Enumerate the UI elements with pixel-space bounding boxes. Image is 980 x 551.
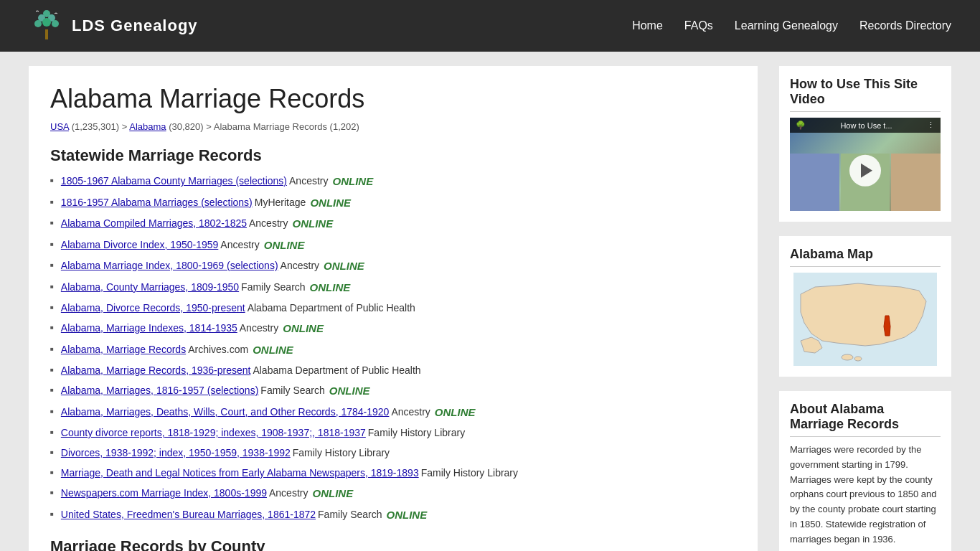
breadcrumb: USA (1,235,301) > Alabama (30,820) > Ala… [50, 121, 736, 132]
list-item: Alabama, Marriages, Deaths, Wills, Court… [50, 405, 736, 421]
online-badge: ONLINE [264, 237, 305, 254]
svg-rect-6 [45, 29, 48, 39]
main-nav: Home FAQs Learning Genealogy Records Dir… [632, 19, 951, 32]
record-provider: Ancestry [240, 321, 278, 336]
about-section-title: About Alabama Marriage Records [790, 402, 941, 437]
svg-point-4 [42, 18, 51, 27]
record-link[interactable]: 1805-1967 Alabama County Marriages (sele… [61, 174, 287, 189]
record-link[interactable]: Alabama, Marriage Records [61, 342, 186, 357]
list-item: 1805-1967 Alabama County Marriages (sele… [50, 174, 736, 190]
list-item: Alabama, Marriage Records, 1936-present … [50, 363, 736, 378]
map-section-title: Alabama Map [790, 247, 941, 267]
online-badge: ONLINE [332, 174, 373, 190]
record-link[interactable]: Alabama, Marriages, 1816-1957 (selection… [61, 383, 258, 398]
list-item: Alabama Divorce Index, 1950-1959 Ancestr… [50, 237, 736, 254]
page-wrapper: Alabama Marriage Records USA (1,235,301)… [0, 52, 980, 551]
main-content: Alabama Marriage Records USA (1,235,301)… [29, 66, 758, 551]
record-link[interactable]: Alabama Divorce Index, 1950-1959 [61, 237, 218, 253]
video-thumbnail[interactable]: 🌳 How to Use t... ⋮ [790, 118, 941, 211]
online-badge: ONLINE [387, 507, 428, 524]
about-section: About Alabama Marriage Records Marriages… [779, 391, 951, 551]
video-section: How to Use This Site Video 🌳 How to Use … [779, 66, 951, 222]
logo-area: LDS Genealogy [29, 8, 198, 44]
record-provider: Family History Library [421, 466, 518, 481]
record-link[interactable]: County divorce reports, 1818-1929; index… [61, 425, 366, 441]
record-provider: Ancestry [281, 258, 319, 273]
online-badge: ONLINE [310, 195, 351, 212]
map-section: Alabama Map [779, 236, 951, 377]
breadcrumb-sep2: > [206, 121, 214, 132]
statewide-section-title: Statewide Marriage Records [50, 146, 736, 165]
record-link[interactable]: Alabama Compiled Marriages, 1802-1825 [61, 216, 247, 231]
record-link[interactable]: 1816-1957 Alabama Marriages (selections) [61, 195, 253, 210]
record-provider: Family History Library [368, 425, 465, 441]
sidebar: How to Use This Site Video 🌳 How to Use … [779, 66, 951, 551]
online-badge: ONLINE [283, 321, 324, 337]
page-title: Alabama Marriage Records [50, 84, 736, 114]
online-badge: ONLINE [310, 280, 351, 296]
list-item: Alabama, Marriages, 1816-1957 (selection… [50, 383, 736, 400]
online-badge: ONLINE [329, 383, 370, 400]
breadcrumb-alabama-count: (30,820) [169, 121, 203, 132]
record-provider: Alabama Department of Public Health [253, 363, 420, 378]
nav-learning[interactable]: Learning Genealogy [735, 19, 838, 32]
svg-point-9 [854, 357, 862, 361]
list-item: Alabama, Marriage Records Archives.com O… [50, 342, 736, 359]
list-item: Alabama, County Marriages, 1809-1950 Fam… [50, 280, 736, 296]
nav-faqs[interactable]: FAQs [684, 19, 713, 32]
record-link[interactable]: Alabama, Marriage Indexes, 1814-1935 [61, 321, 237, 336]
record-link[interactable]: United States, Freedmen's Bureau Marriag… [61, 507, 316, 522]
record-link[interactable]: Newspapers.com Marriage Index, 1800s-199… [61, 486, 267, 501]
list-item: Alabama, Marriage Indexes, 1814-1935 Anc… [50, 321, 736, 337]
breadcrumb-usa-count: (1,235,301) [72, 121, 120, 132]
record-provider: Alabama Department of Public Health [248, 301, 415, 316]
record-provider: Ancestry [289, 174, 328, 189]
list-item: Newspapers.com Marriage Index, 1800s-199… [50, 486, 736, 502]
svg-point-5 [52, 20, 59, 27]
record-provider: Family Search [241, 280, 305, 295]
about-text: Marriages were recorded by the governmen… [790, 443, 941, 547]
list-item: 1816-1957 Alabama Marriages (selections)… [50, 195, 736, 212]
county-section-title: Marriage Records by County [50, 537, 736, 551]
video-bg-1 [790, 154, 839, 211]
list-item: Divorces, 1938-1992; index, 1950-1959, 1… [50, 446, 736, 461]
record-provider: Ancestry [391, 405, 430, 420]
list-item: Alabama Compiled Marriages, 1802-1825 An… [50, 216, 736, 232]
video-play-button[interactable] [849, 155, 881, 187]
breadcrumb-usa[interactable]: USA [50, 121, 69, 132]
online-badge: ONLINE [253, 342, 293, 359]
video-menu-icon: ⋮ [927, 121, 935, 130]
online-badge: ONLINE [312, 486, 353, 502]
statewide-records-list: 1805-1967 Alabama County Marriages (sele… [50, 174, 736, 523]
list-item: County divorce reports, 1818-1929; index… [50, 425, 736, 441]
record-provider: Family History Library [293, 446, 390, 461]
video-bg-3 [891, 154, 941, 211]
record-link[interactable]: Divorces, 1938-1992; index, 1950-1959, 1… [61, 446, 291, 461]
video-section-title: How to Use This Site Video [790, 77, 941, 112]
list-item: Alabama, Divorce Records, 1950-present A… [50, 301, 736, 316]
nav-records[interactable]: Records Directory [859, 19, 951, 32]
record-link[interactable]: Alabama, Marriage Records, 1936-present [61, 363, 251, 378]
record-link[interactable]: Alabama, Marriages, Deaths, Wills, Court… [61, 405, 390, 420]
record-link[interactable]: Marriage, Death and Legal Notices from E… [61, 466, 419, 481]
record-provider: MyHeritage [255, 195, 306, 210]
list-item: Alabama Marriage Index, 1800-1969 (selec… [50, 258, 736, 275]
video-title-text: How to Use t... [840, 121, 892, 130]
breadcrumb-alabama[interactable]: Alabama [129, 121, 166, 132]
record-provider: Family Search [260, 383, 324, 398]
online-badge: ONLINE [324, 258, 364, 275]
video-top-bar: 🌳 How to Use t... ⋮ [790, 118, 941, 133]
online-badge: ONLINE [292, 216, 333, 232]
record-link[interactable]: Alabama, County Marriages, 1809-1950 [61, 280, 239, 295]
record-provider: Ancestry [220, 237, 259, 253]
record-link[interactable]: Alabama, Divorce Records, 1950-present [61, 301, 245, 316]
breadcrumb-current: Alabama Marriage Records (1,202) [214, 121, 359, 132]
record-provider: Family Search [318, 507, 382, 522]
logo-icon [29, 8, 65, 44]
list-item: Marriage, Death and Legal Notices from E… [50, 466, 736, 481]
record-provider: Ancestry [249, 216, 288, 231]
nav-home[interactable]: Home [632, 19, 663, 32]
record-link[interactable]: Alabama Marriage Index, 1800-1969 (selec… [61, 258, 278, 273]
svg-point-8 [842, 354, 853, 360]
breadcrumb-sep1: > [122, 121, 130, 132]
